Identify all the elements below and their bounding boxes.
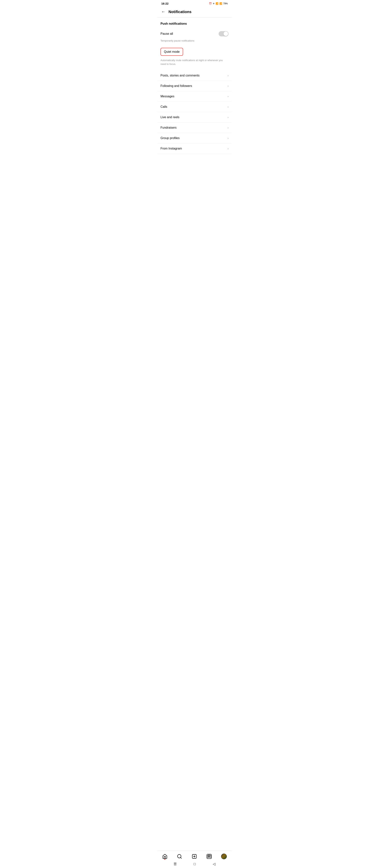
signal-icon: 📶 bbox=[219, 2, 222, 5]
nav-item-fundraisers[interactable]: Fundraisers › bbox=[158, 123, 231, 133]
toggle-knob bbox=[224, 31, 228, 36]
chevron-icon-group-profiles: › bbox=[227, 136, 228, 140]
quiet-mode-box[interactable]: Quiet mode bbox=[161, 48, 183, 56]
profile-avatar bbox=[221, 854, 227, 859]
svg-marker-10 bbox=[209, 857, 210, 857]
header: ← Notifications bbox=[158, 6, 231, 18]
chevron-icon-messages: › bbox=[227, 95, 228, 98]
nav-item-group-profiles-label: Group profiles bbox=[161, 136, 180, 140]
chevron-icon-calls: › bbox=[227, 105, 228, 108]
nav-profile-button[interactable] bbox=[219, 853, 229, 860]
status-icons: ⏰ ✳ 📶 📶 79% bbox=[209, 2, 228, 5]
nav-item-posts[interactable]: Posts, stories and comments › bbox=[158, 70, 231, 81]
nav-item-from-instagram[interactable]: From Instagram › bbox=[158, 144, 231, 154]
add-icon bbox=[192, 854, 197, 859]
android-system-nav: ☰ □ ◁ bbox=[158, 861, 231, 868]
home-red-dot bbox=[164, 859, 165, 860]
section-push-notifications: Push notifications bbox=[158, 18, 231, 28]
pause-all-row[interactable]: Pause all bbox=[158, 28, 231, 39]
main-content: Push notifications Pause all Temporarily… bbox=[158, 18, 231, 154]
pause-all-label: Pause all bbox=[161, 32, 173, 35]
nav-home-button[interactable] bbox=[160, 853, 169, 860]
bluetooth-icon: ✳ bbox=[213, 2, 215, 5]
back-button[interactable]: ← bbox=[161, 8, 166, 15]
nav-item-fundraisers-label: Fundraisers bbox=[161, 126, 176, 129]
quiet-mode-container: Quiet mode bbox=[158, 45, 231, 57]
nav-reels-button[interactable] bbox=[204, 853, 214, 860]
wifi-icon: 📶 bbox=[216, 2, 218, 5]
status-time: 16:22 bbox=[161, 2, 168, 5]
svg-line-1 bbox=[180, 857, 182, 858]
chevron-icon-posts: › bbox=[227, 74, 228, 77]
alarm-icon: ⏰ bbox=[209, 2, 212, 5]
nav-add-button[interactable] bbox=[190, 853, 199, 860]
hamburger-icon[interactable]: ☰ bbox=[174, 862, 177, 866]
reels-icon bbox=[206, 854, 212, 859]
nav-item-calls[interactable]: Calls › bbox=[158, 102, 231, 112]
quiet-mode-label: Quiet mode bbox=[164, 50, 180, 53]
chevron-icon-fundraisers: › bbox=[227, 126, 228, 129]
nav-item-following[interactable]: Following and followers › bbox=[158, 81, 231, 91]
toggle-switch[interactable] bbox=[219, 31, 228, 36]
nav-item-messages-label: Messages bbox=[161, 95, 174, 98]
app-bottom-nav bbox=[158, 851, 231, 861]
android-nav: ☰ □ ◁ bbox=[158, 851, 231, 868]
chevron-icon-following: › bbox=[227, 85, 228, 88]
home-icon bbox=[162, 854, 168, 859]
chevron-icon-live-reels: › bbox=[227, 116, 228, 119]
nav-item-posts-label: Posts, stories and comments bbox=[161, 74, 199, 77]
status-bar: 16:22 ⏰ ✳ 📶 📶 79% bbox=[158, 0, 231, 6]
pause-all-description: Temporarily pause notifications bbox=[158, 39, 231, 45]
nav-items-list: Posts, stories and comments › Following … bbox=[158, 70, 231, 154]
battery-icon: 79% bbox=[223, 2, 228, 5]
back-android-icon[interactable]: ◁ bbox=[213, 862, 215, 866]
pause-all-toggle[interactable] bbox=[219, 31, 228, 36]
home-android-icon[interactable]: □ bbox=[194, 862, 196, 866]
search-icon bbox=[177, 854, 182, 859]
nav-item-from-instagram-label: From Instagram bbox=[161, 147, 182, 150]
nav-item-messages[interactable]: Messages › bbox=[158, 91, 231, 102]
page-title: Notifications bbox=[168, 10, 191, 14]
chevron-icon-from-instagram: › bbox=[227, 147, 228, 150]
nav-search-button[interactable] bbox=[175, 853, 184, 860]
nav-item-live-reels-label: Live and reels bbox=[161, 116, 179, 119]
nav-item-group-profiles[interactable]: Group profiles › bbox=[158, 133, 231, 144]
nav-item-following-label: Following and followers bbox=[161, 84, 192, 88]
nav-item-live-reels[interactable]: Live and reels › bbox=[158, 112, 231, 123]
nav-item-calls-label: Calls bbox=[161, 105, 167, 108]
quiet-mode-description: Automatically mute notifications at nigh… bbox=[158, 57, 231, 70]
